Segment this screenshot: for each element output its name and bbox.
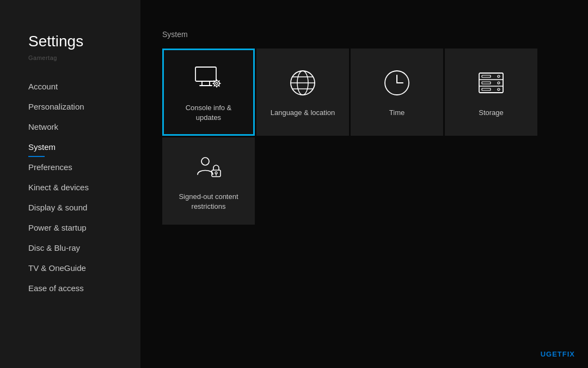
svg-point-31 [201, 158, 209, 165]
tile-language[interactable]: Language & location [256, 49, 349, 136]
svg-point-28 [498, 75, 500, 77]
svg-line-11 [219, 85, 219, 86]
watermark-suffix: FIX [562, 350, 575, 358]
tiles-grid: Console info &updates Language & locatio… [162, 49, 561, 225]
sidebar-item-display-sound[interactable]: Display & sound [0, 197, 140, 218]
sidebar-item-power[interactable]: Power & startup [0, 218, 140, 238]
sidebar-item-account[interactable]: Account [0, 76, 140, 96]
time-icon [381, 67, 413, 99]
tile-console-info[interactable]: Console info &updates [162, 49, 255, 136]
watermark-prefix: UG [541, 350, 553, 358]
sidebar-item-system[interactable]: System [0, 137, 140, 157]
svg-line-12 [219, 81, 219, 81]
signed-out-label: Signed-out contentrestrictions [179, 192, 238, 212]
time-label: Time [389, 108, 405, 118]
tile-time[interactable]: Time [351, 49, 443, 136]
signed-out-icon [192, 150, 225, 183]
tile-signed-out[interactable]: Signed-out contentrestrictions [162, 137, 255, 225]
sidebar-item-kinect[interactable]: Kinect & devices [0, 177, 140, 197]
svg-line-10 [214, 81, 215, 81]
console-info-label: Console info &updates [186, 103, 232, 123]
tile-storage[interactable]: Storage [445, 49, 537, 136]
storage-label: Storage [479, 108, 504, 118]
sidebar-item-tv[interactable]: TV & OneGuide [0, 258, 140, 278]
watermark: UGETFIX [541, 350, 575, 358]
sidebar: Settings Gamertag Account Personalizatio… [0, 0, 140, 368]
sidebar-item-ease[interactable]: Ease of access [0, 278, 140, 298]
sidebar-item-network[interactable]: Network [0, 117, 140, 137]
sidebar-item-personalization[interactable]: Personalization [0, 96, 140, 117]
sidebar-item-disc[interactable]: Disc & Blu-ray [0, 238, 140, 258]
svg-rect-27 [482, 88, 491, 91]
svg-point-30 [498, 88, 500, 91]
app-title: Settings [0, 33, 140, 52]
storage-icon [475, 67, 507, 99]
svg-point-29 [498, 82, 500, 84]
language-icon [286, 67, 319, 99]
section-title: System [162, 30, 561, 39]
svg-line-13 [214, 85, 215, 86]
svg-rect-0 [195, 67, 216, 81]
watermark-highlight: ET [552, 350, 562, 358]
main-content: System [140, 0, 588, 368]
language-label: Language & location [271, 108, 335, 118]
svg-rect-25 [482, 75, 491, 77]
user-gamertag: Gamertag [0, 55, 140, 76]
sidebar-item-preferences[interactable]: Preferences [0, 157, 140, 177]
svg-rect-26 [482, 82, 491, 84]
svg-point-5 [216, 82, 218, 85]
console-info-icon [192, 62, 225, 94]
